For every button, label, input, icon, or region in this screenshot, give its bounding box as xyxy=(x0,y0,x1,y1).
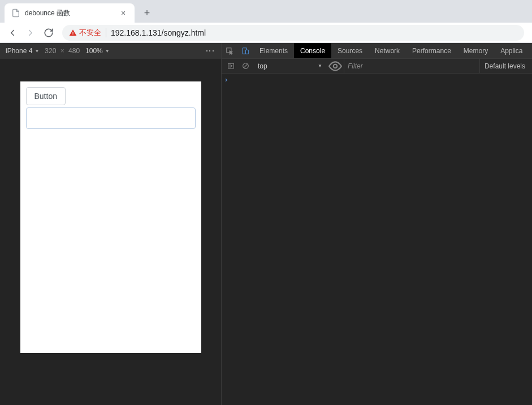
forward-button[interactable] xyxy=(23,25,38,41)
omnibox[interactable]: 不安全 192.168.1.131/songyz.html xyxy=(62,25,524,41)
console-body[interactable]: › xyxy=(222,74,532,405)
clear-console-icon[interactable] xyxy=(239,62,252,70)
close-tab-icon[interactable]: × xyxy=(119,8,128,18)
inspect-element-icon[interactable] xyxy=(222,43,237,58)
content-area: iPhone 4 ▼ 320 × 480 100% ▼ ⋮ Button xyxy=(0,43,532,405)
devtools-panel: Elements Console Sources Network Perform… xyxy=(222,43,532,405)
security-badge[interactable]: 不安全 xyxy=(69,28,101,38)
svg-rect-5 xyxy=(228,63,233,68)
svg-rect-0 xyxy=(72,32,73,34)
console-filter-input[interactable] xyxy=(344,59,478,73)
tab-network[interactable]: Network xyxy=(369,43,406,58)
svg-point-9 xyxy=(334,64,338,68)
svg-line-8 xyxy=(244,64,248,68)
device-width: 320 xyxy=(45,47,56,55)
tab-memory[interactable]: Memory xyxy=(457,43,494,58)
browser-tabstrip: debounce 函数 × + xyxy=(0,0,532,23)
tab-console[interactable]: Console xyxy=(294,43,331,58)
browser-tab[interactable]: debounce 函数 × xyxy=(5,3,135,23)
device-screen: Button xyxy=(20,81,201,353)
execution-context-selector[interactable]: top ▼ xyxy=(253,62,327,70)
dropdown-icon: ▼ xyxy=(318,63,322,68)
device-preview-pane: iPhone 4 ▼ 320 × 480 100% ▼ ⋮ Button xyxy=(0,43,222,405)
devtools-tabbar: Elements Console Sources Network Perform… xyxy=(222,43,532,59)
page-favicon-icon xyxy=(11,8,20,18)
new-tab-button[interactable]: + xyxy=(139,5,155,21)
tab-title: debounce 函数 xyxy=(25,8,114,18)
dropdown-icon: ▼ xyxy=(105,49,110,54)
tab-elements[interactable]: Elements xyxy=(253,43,294,58)
back-button[interactable] xyxy=(5,25,20,41)
tab-sources[interactable]: Sources xyxy=(331,43,369,58)
page-text-input[interactable] xyxy=(26,107,196,129)
toggle-console-sidebar-icon[interactable] xyxy=(224,62,237,70)
tab-application[interactable]: Applica xyxy=(494,43,529,58)
svg-rect-1 xyxy=(72,34,73,35)
dropdown-icon: ▼ xyxy=(34,49,39,54)
device-height: 480 xyxy=(68,47,80,55)
device-name-label: iPhone 4 xyxy=(6,47,32,55)
security-label: 不安全 xyxy=(79,28,101,38)
page-button[interactable]: Button xyxy=(26,87,66,105)
more-options-icon[interactable]: ⋮ xyxy=(205,46,215,55)
omnibox-divider xyxy=(106,28,106,37)
console-prompt-icon: › xyxy=(225,76,227,84)
log-levels-label: Default levels xyxy=(485,62,525,70)
toggle-device-toolbar-icon[interactable] xyxy=(237,43,253,58)
execution-context-label: top xyxy=(258,62,267,70)
device-dimensions[interactable]: 320 × 480 xyxy=(45,47,80,55)
device-stage: Button xyxy=(0,59,221,405)
zoom-label: 100% xyxy=(85,47,103,55)
url-text: 192.168.1.131/songyz.html xyxy=(111,28,517,37)
live-expression-icon[interactable] xyxy=(328,59,343,74)
svg-rect-4 xyxy=(246,50,249,54)
reload-button[interactable] xyxy=(41,25,57,41)
console-toolbar: top ▼ Default levels xyxy=(222,59,532,74)
device-toolbar: iPhone 4 ▼ 320 × 480 100% ▼ ⋮ xyxy=(0,43,221,59)
times-icon: × xyxy=(60,47,64,55)
zoom-selector[interactable]: 100% ▼ xyxy=(85,47,110,55)
address-bar: 不安全 192.168.1.131/songyz.html xyxy=(0,23,532,43)
device-selector[interactable]: iPhone 4 ▼ xyxy=(6,47,39,55)
log-levels-selector[interactable]: Default levels xyxy=(479,59,530,73)
tab-performance[interactable]: Performance xyxy=(406,43,457,58)
warning-icon xyxy=(69,29,77,37)
